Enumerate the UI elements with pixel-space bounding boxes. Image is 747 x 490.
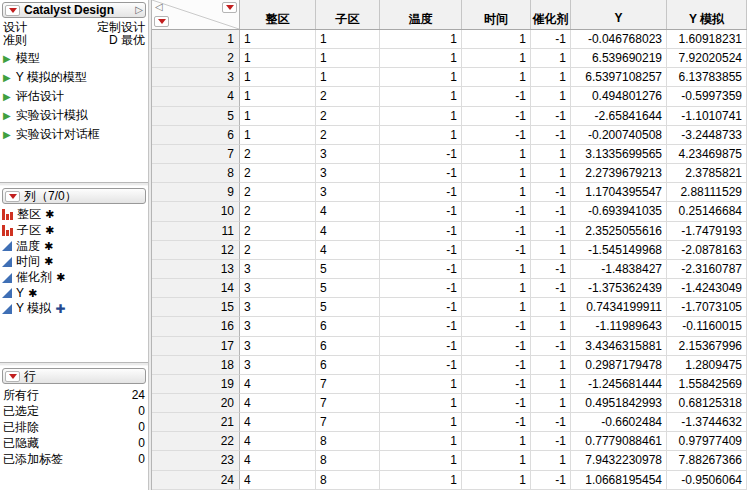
table-cell[interactable]: 6.5397108257 xyxy=(571,68,667,87)
table-cell[interactable]: -1 xyxy=(380,164,462,183)
disclosure-triangle-icon[interactable]: ▶ xyxy=(3,130,11,140)
table-cell[interactable]: 1 xyxy=(531,317,571,336)
row-number-cell[interactable]: 12 xyxy=(152,241,240,260)
table-cell[interactable]: -0.046768023 xyxy=(571,30,667,49)
table-cell[interactable]: -1 xyxy=(531,30,571,49)
row-stat-item[interactable]: 已隐藏0 xyxy=(0,435,148,451)
table-cell[interactable]: -1 xyxy=(380,279,462,298)
table-cell[interactable]: 1 xyxy=(316,49,380,68)
table-cell[interactable]: 1 xyxy=(240,49,316,68)
design-outline-item[interactable]: ▶评估设计 xyxy=(0,89,148,104)
table-cell[interactable]: 7.92020524 xyxy=(667,49,747,68)
table-cell[interactable]: 5 xyxy=(316,298,380,317)
table-cell[interactable]: -1 xyxy=(380,183,462,202)
table-cell[interactable]: -1 xyxy=(531,126,571,145)
column-header[interactable]: 时间 xyxy=(462,0,531,29)
table-cell[interactable]: 1 xyxy=(380,432,462,451)
column-list-item[interactable]: 时间✱ xyxy=(0,254,148,270)
row-number-cell[interactable]: 10 xyxy=(152,202,240,221)
row-number-cell[interactable]: 13 xyxy=(152,260,240,279)
table-cell[interactable]: -1 xyxy=(531,107,571,126)
table-cell[interactable]: 1 xyxy=(462,183,531,202)
row-number-cell[interactable]: 11 xyxy=(152,222,240,241)
grid-corner-cell[interactable]: ◁ xyxy=(152,0,240,29)
column-header[interactable]: 温度 xyxy=(380,0,462,29)
red-triangle-menu-icon[interactable] xyxy=(5,191,20,202)
table-cell[interactable]: -1 xyxy=(531,260,571,279)
table-cell[interactable]: -1 xyxy=(531,279,571,298)
table-cell[interactable]: -1 xyxy=(462,375,531,394)
column-header[interactable]: 子区 xyxy=(316,0,380,29)
table-cell[interactable]: 2 xyxy=(240,183,316,202)
table-cell[interactable]: 2 xyxy=(316,126,380,145)
table-cell[interactable]: -1 xyxy=(531,471,571,490)
table-cell[interactable]: -0.6602484 xyxy=(571,413,667,432)
table-cell[interactable]: 6 xyxy=(316,356,380,375)
table-cell[interactable]: 1 xyxy=(380,394,462,413)
table-cell[interactable]: -1.4838427 xyxy=(571,260,667,279)
table-cell[interactable]: 1 xyxy=(380,87,462,106)
row-number-cell[interactable]: 20 xyxy=(152,394,240,413)
column-list-item[interactable]: Y 模拟✚ xyxy=(0,301,148,317)
table-cell[interactable]: -1 xyxy=(531,202,571,221)
row-number-cell[interactable]: 17 xyxy=(152,337,240,356)
table-cell[interactable]: -1.11989643 xyxy=(571,317,667,336)
design-outline-item[interactable]: ▶模型 xyxy=(0,51,148,66)
table-cell[interactable]: -1 xyxy=(531,432,571,451)
table-cell[interactable]: -1 xyxy=(380,317,462,336)
table-cell[interactable]: -1 xyxy=(380,241,462,260)
expand-panel-icon[interactable]: ▷ xyxy=(135,5,143,15)
disclosure-triangle-icon[interactable]: ▶ xyxy=(3,54,11,64)
table-cell[interactable]: -2.65841644 xyxy=(571,107,667,126)
column-list-item[interactable]: Y✱ xyxy=(0,285,148,301)
table-cell[interactable]: -1.1010741 xyxy=(667,107,747,126)
table-cell[interactable]: 7.9432230978 xyxy=(571,451,667,470)
table-cell[interactable]: -1 xyxy=(380,356,462,375)
table-cell[interactable]: -1 xyxy=(462,317,531,336)
table-cell[interactable]: 1.60918231 xyxy=(667,30,747,49)
table-cell[interactable]: 2 xyxy=(316,87,380,106)
row-number-cell[interactable]: 14 xyxy=(152,279,240,298)
table-cell[interactable]: 1 xyxy=(380,413,462,432)
table-cell[interactable]: 8 xyxy=(316,451,380,470)
table-cell[interactable]: -1 xyxy=(531,183,571,202)
row-stat-item[interactable]: 已选定0 xyxy=(0,403,148,419)
table-cell[interactable]: -1 xyxy=(380,145,462,164)
design-outline-item[interactable]: ▶实验设计模拟 xyxy=(0,108,148,123)
table-cell[interactable]: 1 xyxy=(531,87,571,106)
table-cell[interactable]: 4.23469875 xyxy=(667,145,747,164)
table-cell[interactable]: 4 xyxy=(240,394,316,413)
column-list-item[interactable]: 催化剂✱ xyxy=(0,270,148,286)
table-cell[interactable]: 0.7779088461 xyxy=(571,432,667,451)
table-cell[interactable]: 4 xyxy=(240,375,316,394)
table-cell[interactable]: 1.1704395547 xyxy=(571,183,667,202)
table-cell[interactable]: 2 xyxy=(240,202,316,221)
rows-red-triangle-icon[interactable] xyxy=(154,16,169,27)
table-cell[interactable]: 7 xyxy=(316,394,380,413)
table-cell[interactable]: -1 xyxy=(531,222,571,241)
row-number-cell[interactable]: 23 xyxy=(152,451,240,470)
row-number-cell[interactable]: 16 xyxy=(152,317,240,336)
table-cell[interactable]: 2.3785821 xyxy=(667,164,747,183)
table-cell[interactable]: 1 xyxy=(531,394,571,413)
table-cell[interactable]: -1 xyxy=(462,222,531,241)
columns-panel-header[interactable]: 列（7/0） xyxy=(2,188,146,204)
column-list-item[interactable]: 温度✱ xyxy=(0,238,148,254)
table-cell[interactable]: 0.2987179478 xyxy=(571,356,667,375)
table-cell[interactable]: 1 xyxy=(531,451,571,470)
table-cell[interactable]: 1 xyxy=(240,30,316,49)
table-cell[interactable]: 4 xyxy=(316,241,380,260)
table-cell[interactable]: 1 xyxy=(462,145,531,164)
table-cell[interactable]: -1.245681444 xyxy=(571,375,667,394)
table-cell[interactable]: 1 xyxy=(531,49,571,68)
table-cell[interactable]: 7 xyxy=(316,413,380,432)
table-cell[interactable]: 1 xyxy=(380,68,462,87)
table-cell[interactable]: 1 xyxy=(240,107,316,126)
table-cell[interactable]: -3.2448733 xyxy=(667,126,747,145)
table-cell[interactable]: 1 xyxy=(462,432,531,451)
collapse-panels-icon[interactable]: ◁ xyxy=(155,1,163,12)
row-stat-item[interactable]: 已排除0 xyxy=(0,419,148,435)
disclosure-triangle-icon[interactable]: ▶ xyxy=(3,73,11,83)
column-header[interactable]: 催化剂 xyxy=(531,0,571,29)
table-cell[interactable]: -1.545149968 xyxy=(571,241,667,260)
